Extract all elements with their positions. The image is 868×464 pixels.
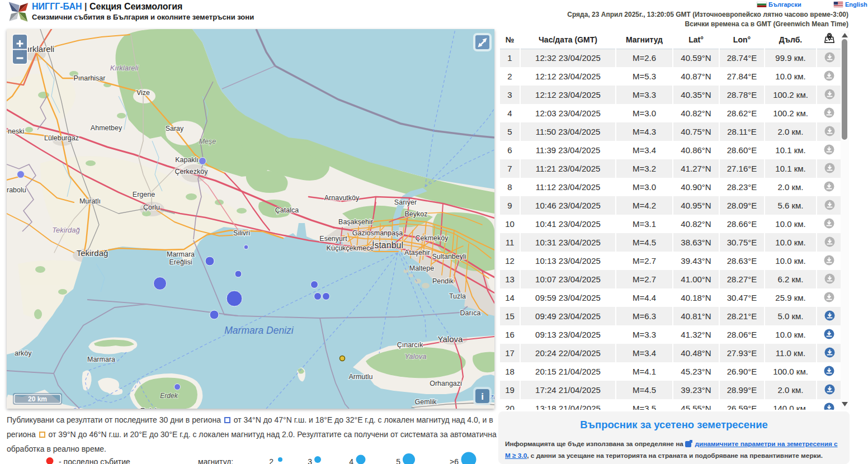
svg-text:Tekirdağ: Tekirdağ — [52, 226, 80, 234]
svg-text:Erdek: Erdek — [140, 407, 159, 409]
svg-text:Arnavutköy: Arnavutköy — [324, 194, 360, 202]
svg-text:neski: neski — [8, 127, 24, 135]
svg-text:Başakşehir: Başakşehir — [338, 218, 373, 226]
svg-text:Esenyurt: Esenyurt — [319, 235, 347, 243]
svg-text:Sultanbeyli: Sultanbeyli — [432, 253, 466, 261]
svg-text:İstanbul: İstanbul — [372, 240, 403, 250]
svg-text:Sarıyer: Sarıyer — [394, 198, 417, 206]
svg-text:Tekirdağ: Tekirdağ — [77, 248, 108, 258]
svg-text:Çekmeköy: Çekmeköy — [415, 234, 449, 242]
svg-text:Lüleburgaz: Lüleburgaz — [44, 134, 79, 142]
svg-text:Kapaklı: Kapaklı — [175, 156, 199, 164]
svg-text:Tuzla: Tuzla — [449, 292, 466, 300]
svg-text:Pendik: Pendik — [432, 277, 454, 285]
svg-text:Ergene: Ergene — [133, 191, 155, 198]
svg-text:20 km: 20 km — [28, 395, 47, 403]
svg-text:Marmara Denizi: Marmara Denizi — [224, 325, 294, 336]
svg-text:Gemlik: Gemlik — [415, 398, 437, 406]
svg-text:Armutlu: Armutlu — [348, 373, 372, 381]
svg-text:Beykoz: Beykoz — [405, 210, 428, 218]
svg-text:Küçükçekmece: Küçükçekmece — [327, 244, 374, 252]
svg-text:магнитуд:: магнитуд: — [198, 457, 233, 464]
svg-text:Çatalca: Çatalca — [275, 206, 299, 214]
svg-text:Marmara: Marmara — [87, 356, 115, 363]
svg-text:Çerkezköy: Çerkezköy — [174, 168, 208, 176]
svg-text:Yalova: Yalova — [438, 334, 463, 344]
svg-text:arköy: arköy — [15, 349, 32, 357]
svg-text:2: 2 — [269, 457, 273, 464]
svg-text:Kırklareli: Kırklareli — [110, 64, 139, 72]
svg-text:Ereğlisi: Ereğlisi — [169, 258, 192, 266]
svg-text:Çınarcık: Çınarcık — [397, 341, 423, 349]
svg-text:Silivri: Silivri — [233, 229, 250, 237]
svg-text:≥6: ≥6 — [450, 457, 459, 464]
svg-text:3: 3 — [308, 457, 312, 464]
svg-text:Erdek: Erdek — [160, 392, 178, 400]
svg-text:Marmara: Marmara — [167, 250, 195, 258]
svg-text:rabolu: rabolu — [7, 186, 26, 194]
svg-text:Vize: Vize — [136, 89, 150, 97]
svg-text:Çorlu: Çorlu — [143, 203, 160, 211]
svg-text:Ataşehir: Ataşehir — [404, 249, 430, 257]
svg-text:Ahmetbey: Ahmetbey — [91, 124, 122, 132]
svg-text:Pınarhisar: Pınarhisar — [74, 74, 106, 82]
svg-text:Gaziosmanpaşa: Gaziosmanpaşa — [352, 229, 403, 237]
svg-text:Orhangazi: Orhangazi — [430, 380, 462, 387]
svg-text:- последно събитие: - последно събитие — [59, 457, 130, 464]
svg-text:4: 4 — [349, 457, 353, 464]
svg-text:Saray: Saray — [166, 125, 184, 132]
svg-text:Yalova: Yalova — [405, 352, 427, 361]
svg-text:Meşe: Meşe — [199, 138, 216, 145]
svg-text:Muratlı: Muratlı — [79, 197, 101, 205]
svg-text:i: i — [481, 391, 484, 402]
svg-text:5: 5 — [396, 457, 400, 464]
svg-text:Darıca: Darıca — [460, 309, 481, 317]
svg-text:Maltepe: Maltepe — [409, 264, 435, 272]
